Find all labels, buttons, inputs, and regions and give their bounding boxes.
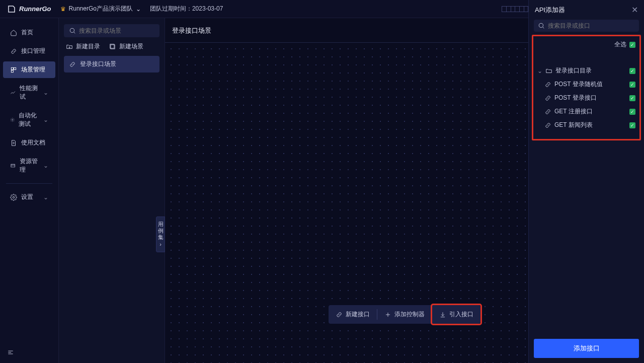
select-all-row[interactable]: 全选 ✓: [535, 40, 637, 53]
api-icon: [544, 95, 551, 102]
svg-rect-3: [11, 67, 13, 69]
progress-bar-icon: [502, 6, 529, 12]
nav-doc[interactable]: 使用文档: [3, 134, 55, 151]
new-folder-label: 新建目录: [76, 42, 100, 51]
add-controller-label: 添加控制器: [394, 310, 425, 319]
tree-actions: 新建目录 新建场景: [64, 42, 159, 51]
node-checkbox[interactable]: ✓: [629, 109, 635, 115]
team-selector[interactable]: ♛ RunnerGo产品演示团队 ⌄: [60, 5, 141, 13]
panel-header: API添加器 ✕: [529, 0, 644, 20]
plus-icon: [384, 311, 391, 318]
node-checkbox[interactable]: ✓: [629, 82, 635, 88]
panel-search[interactable]: [534, 20, 639, 32]
svg-rect-4: [14, 67, 16, 69]
node-label: 登录接口目录: [555, 66, 592, 75]
case-tab-label: 用例集: [158, 221, 164, 240]
new-api-label: 新建接口: [346, 310, 370, 319]
chevron-down-icon: ⌄: [136, 6, 141, 13]
expire-label: 团队过期时间：: [150, 5, 192, 12]
nav-sidebar: 首页 接口管理 场景管理 性能测试 ⌄ 自动化测试 ⌄ 使: [0, 18, 59, 363]
expire-date: 2023-03-07: [192, 5, 223, 12]
nav-label: 使用文档: [21, 138, 45, 147]
node-checkbox[interactable]: ✓: [629, 122, 635, 128]
chevron-down-icon: ⌄: [537, 67, 542, 75]
import-icon: [439, 311, 446, 318]
nav-api[interactable]: 接口管理: [3, 43, 55, 59]
nav-label: 自动化测试: [19, 111, 39, 128]
nav-perf[interactable]: 性能测试 ⌄: [3, 80, 55, 105]
auto-icon: [10, 116, 15, 123]
chevron-right-icon: ›: [159, 241, 162, 247]
tree-search-input[interactable]: [79, 27, 154, 34]
svg-line-16: [74, 32, 75, 34]
svg-point-11: [13, 196, 15, 198]
api-adder-panel: API添加器 ✕ 全选 ✓ ⌄ 登录接口目录 ✓ POST 登录随机值: [528, 0, 644, 363]
nav-label: 资源管理: [20, 157, 39, 174]
resource-icon: [10, 162, 16, 169]
tree-search[interactable]: [64, 24, 159, 37]
panel-search-input[interactable]: [548, 22, 635, 29]
api-tree-item[interactable]: GET 新闻列表 ✓: [535, 118, 637, 132]
folder-icon: [545, 67, 552, 75]
nav-label: 性能测试: [20, 84, 39, 101]
node-label: GET 注册接口: [554, 107, 593, 116]
nav-settings[interactable]: 设置 ⌄: [3, 189, 55, 205]
api-icon: [544, 108, 551, 115]
api-icon: [544, 122, 551, 129]
new-api-button[interactable]: 新建接口: [329, 305, 377, 324]
nav-label: 首页: [21, 28, 33, 37]
new-scene-button[interactable]: 新建场景: [109, 42, 143, 51]
scene-plus-icon: [109, 43, 116, 50]
add-controller-button[interactable]: 添加控制器: [377, 305, 432, 324]
chevron-down-icon: ⌄: [43, 116, 48, 123]
nav-auto[interactable]: 自动化测试 ⌄: [3, 107, 55, 132]
app-logo: RunnerGo: [7, 5, 51, 14]
svg-point-15: [70, 28, 74, 32]
nav-label: 场景管理: [21, 65, 45, 74]
panel-title: API添加器: [535, 6, 565, 15]
chevron-down-icon: ⌄: [43, 162, 48, 169]
collapse-icon: [7, 349, 14, 356]
nav-label: 接口管理: [21, 47, 45, 55]
api-tree: 全选 ✓ ⌄ 登录接口目录 ✓ POST 登录随机值 ✓ POST 登录接口: [532, 35, 641, 140]
chevron-down-icon: ⌄: [43, 194, 48, 201]
node-label: POST 登录接口: [554, 94, 597, 102]
new-folder-button[interactable]: 新建目录: [66, 42, 100, 51]
folder-plus-icon: [66, 43, 73, 50]
select-all-checkbox[interactable]: ✓: [629, 42, 635, 48]
select-all-label: 全选: [614, 40, 626, 49]
new-scene-label: 新建场景: [119, 42, 143, 51]
node-label: POST 登录随机值: [554, 80, 603, 89]
node-checkbox[interactable]: ✓: [629, 68, 635, 74]
api-tree-item[interactable]: GET 注册接口 ✓: [535, 105, 637, 118]
api-tree-item[interactable]: POST 登录接口 ✓: [535, 91, 637, 105]
node-label: GET 新闻列表: [554, 121, 593, 129]
nav-scene[interactable]: 场景管理: [3, 61, 55, 78]
api-icon: [10, 48, 17, 55]
svg-rect-5: [11, 70, 13, 72]
close-button[interactable]: ✕: [631, 5, 638, 15]
nav-label: 设置: [21, 193, 33, 201]
scene-icon: [10, 66, 17, 74]
tree-item-scene[interactable]: 登录接口场景: [64, 56, 159, 72]
nav-home[interactable]: 首页: [3, 24, 55, 41]
svg-line-24: [543, 27, 544, 29]
scene-tree-panel: 新建目录 新建场景 登录接口场景: [59, 18, 165, 363]
nav-resource[interactable]: 资源管理 ⌄: [3, 153, 55, 178]
canvas-toolbar: 新建接口 添加控制器 引入接口: [329, 305, 480, 324]
panel-footer: 添加接口: [529, 334, 644, 363]
logo-icon: [7, 5, 16, 14]
case-set-tab[interactable]: 用例集 ›: [156, 216, 165, 252]
node-checkbox[interactable]: ✓: [629, 95, 635, 101]
api-tree-item[interactable]: POST 登录随机值 ✓: [535, 78, 637, 91]
import-api-label: 引入接口: [449, 310, 473, 319]
tree-item-label: 登录接口场景: [80, 60, 116, 68]
svg-point-23: [539, 23, 543, 27]
nav-divider: [6, 183, 52, 184]
chevron-down-icon: ⌄: [43, 89, 48, 96]
api-tree-folder[interactable]: ⌄ 登录接口目录 ✓: [535, 64, 637, 78]
import-api-button[interactable]: 引入接口: [432, 305, 480, 324]
add-api-button[interactable]: 添加接口: [534, 339, 639, 358]
sidebar-collapse[interactable]: [0, 342, 58, 363]
gear-icon: [10, 194, 17, 201]
